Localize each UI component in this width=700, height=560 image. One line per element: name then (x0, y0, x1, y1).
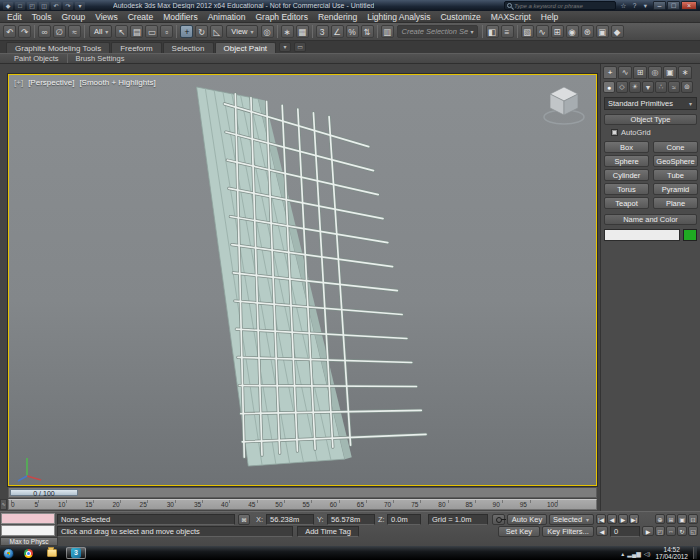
named-selection-sets-combo[interactable]: Create Selection Se▾ (397, 25, 478, 38)
ribbon-tab-graphite-modeling-tools[interactable]: Graphite Modeling Tools (6, 42, 110, 53)
set-keys-icon[interactable] (492, 514, 505, 525)
viewcube[interactable] (542, 81, 586, 127)
select-and-move-icon[interactable]: + (180, 25, 193, 38)
select-and-link-icon[interactable]: ∞ (38, 25, 51, 38)
orbit-icon[interactable]: ↻ (677, 526, 687, 536)
search-go-icon[interactable]: ☆ (618, 1, 629, 10)
snaps-toggle-icon[interactable]: 3 (316, 25, 329, 38)
ribbon-panel-paint-objects[interactable]: Paint Objects (6, 54, 67, 63)
material-editor-icon[interactable]: ◉ (566, 25, 579, 38)
play-button[interactable]: ▶ (618, 514, 628, 524)
ribbon-tab-freeform[interactable]: Freeform (111, 42, 161, 53)
name-and-color-rollout[interactable]: Name and Color (604, 214, 697, 225)
menu-views[interactable]: Views (90, 11, 123, 23)
maxscript-mini-listener[interactable] (1, 525, 55, 536)
lights-category-icon[interactable]: ☀ (629, 81, 641, 93)
app-menu-icon[interactable]: ◆ (3, 2, 13, 10)
helpers-category-icon[interactable]: ∴ (655, 81, 667, 93)
show-desktop-button[interactable] (693, 547, 697, 559)
zoom-extents-icon[interactable]: ▣ (677, 514, 687, 524)
max-to-phys-button[interactable]: Max to Physc (0, 537, 58, 546)
quick-access-more-icon[interactable]: ▾ (75, 2, 85, 10)
go-to-end-button[interactable]: ▶| (629, 514, 639, 524)
viewport-canvas[interactable] (9, 75, 596, 485)
subcategory-dropdown[interactable]: Standard Primitives ▾ (604, 97, 697, 110)
previous-frame-button[interactable]: ◀ (596, 526, 608, 536)
select-by-name-icon[interactable]: ▤ (130, 25, 143, 38)
start-button[interactable] (3, 548, 14, 559)
open-file-icon[interactable]: ◰ (27, 2, 37, 10)
y-coordinate-field[interactable]: 56.578m (327, 514, 375, 525)
select-and-manipulate-icon[interactable]: ∗ (281, 25, 294, 38)
zoom-all-icon[interactable]: ⊞ (666, 514, 676, 524)
viewport-general-menu[interactable]: [+] (14, 78, 23, 87)
maxscript-mini-listener-macro[interactable] (1, 513, 55, 524)
key-filters-button[interactable]: Key Filters... (542, 526, 594, 537)
previous-key-button[interactable]: ◀ (607, 514, 617, 524)
menu-animation[interactable]: Animation (203, 11, 251, 23)
select-and-scale-icon[interactable]: ◺ (210, 25, 223, 38)
layer-manager-icon[interactable]: ▧ (521, 25, 534, 38)
menu-tools[interactable]: Tools (27, 11, 57, 23)
render-production-icon[interactable]: ◆ (611, 25, 624, 38)
object-type-cylinder[interactable]: Cylinder (604, 169, 649, 181)
key-mode-dropdown[interactable]: Selected ▾ (549, 514, 594, 525)
zoom-extents-all-icon[interactable]: ⊡ (688, 514, 698, 524)
window-crossing-icon[interactable]: ▫ (160, 25, 173, 38)
time-ruler[interactable]: 0510152025303540455055606570758085909510… (8, 499, 597, 510)
menu-customize[interactable]: Customize (435, 11, 485, 23)
hierarchy-tab-icon[interactable]: ⊞ (633, 66, 647, 79)
ribbon-minimize-icon[interactable]: ▭ (294, 42, 306, 52)
cameras-category-icon[interactable]: ▼ (642, 81, 654, 93)
reference-coordinate-system-dropdown[interactable]: View▾ (226, 25, 257, 38)
space-warps-category-icon[interactable]: ≈ (668, 81, 680, 93)
selection-filter-dropdown[interactable]: All▾ (89, 25, 112, 38)
object-type-pyramid[interactable]: Pyramid (653, 183, 698, 195)
bind-to-space-warp-icon[interactable]: ≈ (68, 25, 81, 38)
time-slider-handle[interactable]: 0 / 100 (10, 489, 78, 496)
go-to-start-button[interactable]: |◀ (596, 514, 606, 524)
select-and-rotate-icon[interactable]: ↻ (195, 25, 208, 38)
menu-modifiers[interactable]: Modifiers (158, 11, 202, 23)
close-button[interactable]: × (681, 1, 697, 10)
set-key-button[interactable]: Set Key (498, 526, 540, 537)
object-type-sphere[interactable]: Sphere (604, 155, 649, 167)
maximize-viewport-toggle-icon[interactable]: ◱ (688, 526, 698, 536)
rectangular-selection-region-icon[interactable]: ▭ (145, 25, 158, 38)
viewport-perspective[interactable]: [+] [Perspective] [Smooth + Highlights] (8, 74, 597, 486)
undo-icon[interactable]: ↶ (3, 25, 16, 38)
viewport-pov-menu[interactable]: [Perspective] (28, 78, 74, 87)
curve-editor-icon[interactable]: ∿ (536, 25, 549, 38)
edit-named-selection-sets-icon[interactable]: ▥ (381, 25, 394, 38)
ribbon-tab-object-paint[interactable]: Object Paint (215, 42, 277, 53)
mirror-icon[interactable]: ◧ (486, 25, 499, 38)
keyboard-shortcut-override-icon[interactable]: ▦ (296, 25, 309, 38)
redo-quick-icon[interactable]: ↷ (63, 2, 73, 10)
object-name-field[interactable] (604, 229, 680, 241)
zoom-icon[interactable]: ⊕ (655, 514, 665, 524)
rendered-frame-window-icon[interactable]: ▣ (596, 25, 609, 38)
pan-icon[interactable]: ↔ (666, 526, 676, 536)
create-tab-icon[interactable]: + (603, 66, 617, 79)
minimize-button[interactable]: – (653, 1, 666, 10)
volume-icon[interactable]: ◁) (644, 550, 651, 557)
angle-snap-icon[interactable]: ∠ (331, 25, 344, 38)
explorer-taskbar-icon[interactable] (42, 547, 62, 559)
select-object-icon[interactable]: ↖ (115, 25, 128, 38)
show-hidden-icons-icon[interactable]: ▴ (621, 550, 624, 557)
display-tab-icon[interactable]: ▣ (663, 66, 677, 79)
shapes-category-icon[interactable]: ◇ (616, 81, 628, 93)
object-type-box[interactable]: Box (604, 141, 649, 153)
help-icon[interactable]: ? (629, 1, 640, 10)
object-type-geosphere[interactable]: GeoSphere (653, 155, 698, 167)
ribbon-panel-brush-settings[interactable]: Brush Settings (68, 54, 133, 63)
object-type-tube[interactable]: Tube (653, 169, 698, 181)
align-icon[interactable]: ≡ (501, 25, 514, 38)
communication-center-icon[interactable]: ▾ (640, 1, 651, 10)
auto-key-button[interactable]: Auto Key (507, 514, 547, 525)
autogrid-checkbox[interactable] (611, 129, 618, 136)
geometry-category-icon[interactable]: ● (603, 81, 615, 93)
menu-graph-editors[interactable]: Graph Editors (250, 11, 312, 23)
selection-lock-icon[interactable]: ⊠ (238, 514, 250, 525)
maximize-button[interactable]: □ (667, 1, 680, 10)
